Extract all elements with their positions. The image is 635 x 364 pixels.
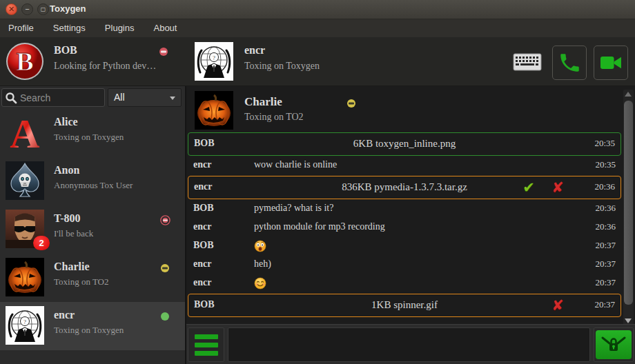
audio-call-button[interactable] (552, 46, 587, 80)
message-sender: encr (193, 259, 211, 270)
header: B BOB Looking for Python dev… ? encr Tox… (0, 37, 635, 86)
self-status-message: Looking for Python dev… (54, 61, 156, 72)
svg-text:?: ? (213, 54, 215, 61)
message-list: BOB6KB toxygen_inline.png20:35encrwow ch… (188, 132, 623, 325)
message-time: 20:37 (594, 299, 615, 310)
chat-friend-name: Charlie (244, 95, 282, 109)
video-call-button[interactable] (594, 46, 628, 80)
message-row: BOB20:37 (188, 237, 621, 256)
smiling-face-emoji (254, 277, 266, 290)
accept-file-button[interactable]: ✔ (520, 179, 538, 196)
video-camera-icon (598, 50, 623, 75)
scrollbar-thumb[interactable] (624, 101, 633, 305)
message-time: 20:36 (595, 203, 616, 214)
contact-status-message: Anonymous Tox User (54, 180, 133, 191)
menu-profile[interactable]: Profile (0, 19, 43, 37)
message-sender: encr (193, 277, 211, 288)
screen-keyboard-icon[interactable] (509, 51, 545, 73)
away-status-icon (346, 99, 356, 108)
message-compose-bar (186, 324, 635, 364)
shocked-face-emoji (254, 240, 266, 252)
sidebar: All AAliceToxing on Toxygen AnonAnonymou… (0, 86, 186, 364)
svg-text:B: B (16, 47, 33, 76)
message-time: 20:37 (595, 259, 616, 270)
contact-name: Anon (54, 164, 79, 176)
message-time: 20:36 (595, 221, 616, 232)
message-text: wow charlie is online (254, 159, 337, 170)
contact-item-charlie[interactable]: CharlieToxing on TO2 (0, 254, 185, 302)
contact-status-message: Toxing on Toxygen (54, 132, 124, 143)
file-transfer-row[interactable]: encr836KB pymedia-1.3.7.3.tar.gz✔✘20:36 (188, 176, 621, 199)
message-time: 20:37 (595, 277, 616, 288)
message-sender: BOB (193, 240, 214, 251)
contact-item-encr[interactable]: ? encrToxing on Toxygen (0, 302, 185, 350)
chevron-down-icon (170, 97, 175, 100)
self-profile[interactable]: B BOB Looking for Python dev… (0, 37, 186, 86)
file-transfer-row[interactable]: BOB1KB spinner.gif✘20:37 (188, 294, 621, 317)
message-time: 20:37 (595, 240, 616, 251)
window-title: Toxygen (50, 3, 86, 14)
friend-name: encr (244, 44, 265, 57)
cancel-file-button[interactable]: ✘ (549, 296, 567, 314)
phone-icon (558, 51, 581, 74)
file-transfer-label: 6KB toxygen_inline.png (188, 138, 621, 150)
pumpkin-avatar (6, 258, 44, 296)
minimize-window-button[interactable]: − (21, 3, 33, 15)
chat-friend-status-message: Toxing on TO2 (244, 112, 304, 123)
search-box (1, 88, 105, 107)
menu-plugins[interactable]: Plugins (95, 19, 144, 37)
message-text: pymedia? what is it? (254, 203, 333, 214)
spade-skull-avatar (6, 161, 44, 200)
red-letter-a-avatar: A (6, 113, 44, 152)
message-sender: BOB (193, 203, 214, 214)
maximize-window-button[interactable]: ▢ (37, 3, 49, 15)
chat-friend-header: Charlie Toxing on TO2 (188, 90, 623, 132)
contact-name: T-800 (54, 212, 81, 225)
contact-name: Charlie (54, 261, 90, 273)
chat-scrollbar[interactable] (623, 90, 634, 325)
search-input[interactable] (20, 90, 101, 105)
contact-item-t-800[interactable]: T-800I'll be back2 (0, 205, 185, 254)
menu-about[interactable]: About (144, 19, 186, 37)
message-time: 20:35 (595, 159, 616, 170)
message-sender: encr (193, 221, 211, 232)
message-sender: encr (193, 159, 211, 170)
close-window-button[interactable]: ✕ (6, 3, 17, 15)
svg-text:A: A (10, 113, 39, 152)
message-input[interactable] (228, 327, 590, 362)
contact-list: AAliceToxing on Toxygen AnonAnonymous To… (0, 109, 185, 364)
scroll-down-arrow-icon[interactable] (625, 318, 632, 323)
contact-filter-value: All (114, 92, 125, 103)
contact-item-anon[interactable]: AnonAnonymous Tox User (0, 157, 185, 205)
busy-status-icon (159, 47, 168, 56)
chat-friend-avatar (195, 91, 233, 130)
friend-status-message: Toxing on Toxygen (244, 61, 320, 72)
menu-bar: ProfileSettingsPluginsAbout (0, 19, 635, 37)
contact-status-message: Toxing on Toxygen (54, 325, 124, 336)
toxygen-window: ✕ − ▢ Toxygen ProfileSettingsPluginsAbou… (0, 0, 635, 364)
online-status-icon (160, 312, 170, 321)
svg-text:?: ? (23, 318, 26, 325)
message-time: 20:36 (594, 181, 615, 192)
scroll-up-arrow-icon[interactable] (625, 92, 632, 97)
message-time: 20:35 (594, 138, 615, 149)
self-name: BOB (54, 44, 77, 57)
file-transfer-row[interactable]: BOB6KB toxygen_inline.png20:35 (188, 132, 621, 156)
contact-status-message: I'll be back (54, 228, 93, 239)
chat-area: Charlie Toxing on TO2 BOB6KB toxygen_inl… (186, 86, 635, 364)
hamburger-menu-button[interactable] (188, 327, 224, 362)
contact-item-alice[interactable]: AAliceToxing on Toxygen (0, 109, 185, 157)
hamburger-menu-icon (195, 334, 218, 339)
message-row: encrheh)20:37 (188, 256, 621, 274)
friend-avatar: ? (195, 42, 233, 81)
send-message-button[interactable] (594, 327, 634, 362)
self-avatar[interactable]: B (6, 42, 44, 81)
message-text: heh) (254, 259, 271, 270)
contact-filter-dropdown[interactable]: All (108, 88, 182, 107)
unread-count-badge: 2 (33, 236, 50, 250)
menu-settings[interactable]: Settings (43, 19, 95, 37)
away-status-icon (160, 263, 170, 273)
search-icon (5, 92, 17, 104)
cancel-file-button[interactable]: ✘ (549, 179, 567, 196)
secure-send-envelope-lock-icon (596, 330, 632, 359)
